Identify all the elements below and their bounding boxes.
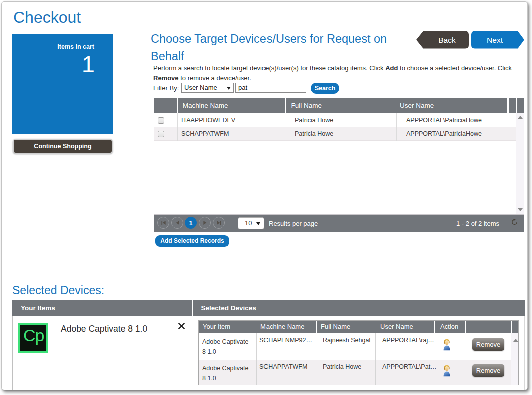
svg-text:Back: Back — [438, 36, 456, 44]
svg-text:Next: Next — [487, 36, 503, 44]
